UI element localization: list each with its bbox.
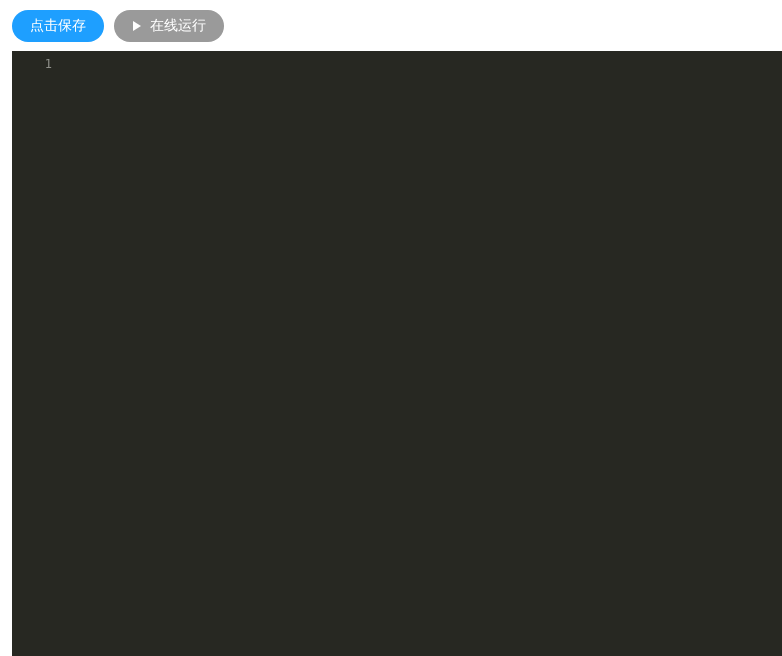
run-button-label: 在线运行 — [150, 17, 206, 35]
run-button[interactable]: 在线运行 — [114, 10, 224, 42]
save-button-label: 点击保存 — [30, 17, 86, 35]
play-icon — [132, 21, 142, 31]
code-editor[interactable]: 1 — [12, 51, 782, 656]
line-number-gutter: 1 — [12, 51, 64, 656]
save-button[interactable]: 点击保存 — [12, 10, 104, 42]
code-line[interactable] — [64, 83, 782, 101]
svg-marker-0 — [133, 21, 141, 31]
toolbar: 点击保存 在线运行 — [0, 0, 782, 51]
code-content[interactable] — [64, 51, 782, 656]
line-number: 1 — [12, 55, 52, 73]
